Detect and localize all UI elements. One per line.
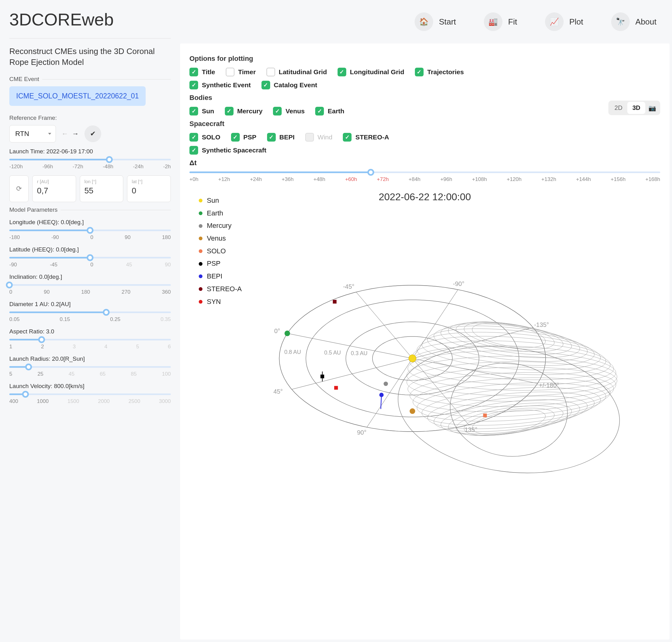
launch-time-slider[interactable]: Launch Time: 2022-06-19 17:00 -120h-96h-… [9, 148, 171, 170]
svg-text:0.3 AU: 0.3 AU [351, 350, 368, 356]
checkbox-solo[interactable]: ✓SOLO [189, 133, 220, 142]
checkbox-stereo-a[interactable]: ✓STEREO-A [343, 133, 389, 142]
plot-area[interactable]: 2022-06-22 12:00:00 SunEarthMercuryVenus… [189, 185, 660, 527]
param-slider-0[interactable]: Longitude (HEEQ): 0.0[deg.]-180-90090180 [9, 219, 171, 241]
svg-text:90°: 90° [357, 429, 366, 436]
checkbox-psp[interactable]: ✓PSP [231, 133, 256, 142]
svg-text:0.5 AU: 0.5 AU [324, 349, 341, 356]
top-nav: 🏠 Start 🏭 Fit 📈 Plot 🔭 About [180, 0, 672, 43]
svg-text:0°: 0° [274, 328, 280, 334]
svg-point-36 [416, 331, 607, 380]
svg-point-47 [409, 355, 416, 362]
prev-event-icon[interactable]: ← [60, 130, 69, 138]
checkbox-earth[interactable]: ✓Earth [315, 107, 344, 115]
param-slider-4[interactable]: Aspect Ratio: 3.0123456 [9, 328, 171, 350]
dt-slider[interactable] [189, 170, 660, 175]
options-title: Options for plotting [189, 55, 660, 63]
app-title: 3DCOREweb [9, 9, 171, 29]
content-panel: Options for plotting ✓TitleTimerLatitudi… [180, 43, 670, 640]
checkbox-mercury[interactable]: ✓Mercury [225, 107, 263, 115]
svg-point-21 [454, 400, 565, 441]
lon-input[interactable]: lon [°] 55 [80, 176, 124, 202]
dt-label: Δt [189, 159, 660, 167]
svg-point-50 [409, 408, 415, 414]
checkbox-sun[interactable]: ✓Sun [189, 107, 214, 115]
svg-point-35 [412, 336, 611, 384]
svg-point-41 [446, 316, 573, 360]
nav-start[interactable]: 🏠 Start [415, 12, 456, 31]
svg-point-25 [426, 386, 596, 435]
heliosphere-chart: 0.3 AU0.5 AU0.8 AU0°45°90°135°+/-180°-13… [189, 185, 660, 526]
checkbox-synthetic-spacecraft[interactable]: ✓Synthetic Spacecraft [189, 146, 266, 155]
camera-icon[interactable]: 📷 [645, 104, 659, 112]
svg-point-45 [390, 333, 628, 487]
checkbox-title[interactable]: ✓Title [189, 68, 215, 76]
svg-text:45°: 45° [273, 388, 282, 395]
param-slider-6[interactable]: Launch Velocity: 800.0[km/s]400100015002… [9, 383, 171, 405]
lat-input[interactable]: lat [°] 0 [127, 176, 171, 202]
confirm-button[interactable]: ✔ [85, 125, 101, 142]
checkbox-latitudinal-grid[interactable]: Latitudinal Grid [266, 68, 327, 76]
cme-event-chip[interactable]: ICME_SOLO_MOESTL_20220622_01 [9, 86, 145, 106]
checkbox-trajectories[interactable]: ✓Trajectories [415, 68, 464, 76]
checkbox-timer[interactable]: Timer [226, 68, 256, 76]
param-slider-2[interactable]: Inclination: 0.0[deg.]090180270360 [9, 273, 171, 295]
r-input[interactable]: r [AU] 0,7 [32, 176, 76, 202]
svg-line-55 [381, 395, 381, 409]
svg-point-27 [416, 378, 607, 426]
svg-rect-56 [333, 300, 337, 304]
bodies-label: Bodies [189, 94, 660, 102]
spacecraft-label: Spacecraft [189, 120, 660, 128]
param-slider-5[interactable]: Launch Radius: 20.0[R_Sun]525456585100 [9, 356, 171, 377]
svg-point-26 [420, 382, 602, 431]
view-toggle: 2D 3D 📷 [608, 101, 660, 115]
reference-frame-label: Reference Frame: [9, 115, 171, 121]
reference-frame-select[interactable]: RTN [9, 125, 56, 142]
sidebar: 3DCOREweb Reconstruct CMEs using the 3D … [0, 0, 180, 642]
svg-point-34 [409, 343, 614, 388]
svg-point-48 [284, 331, 290, 336]
checkbox-catalog-event[interactable]: ✓Catalog Event [262, 81, 317, 89]
checkbox-longitudinal-grid[interactable]: ✓Longitudinal Grid [338, 68, 404, 76]
svg-point-22 [446, 397, 573, 441]
svg-text:-90°: -90° [453, 280, 465, 287]
checkbox-venus[interactable]: ✓Venus [273, 107, 305, 115]
svg-point-38 [426, 323, 596, 372]
telescope-icon: 🔭 [611, 12, 630, 31]
svg-rect-57 [334, 386, 338, 389]
svg-rect-51 [483, 413, 487, 417]
checkbox-synthetic-event[interactable]: ✓Synthetic Event [189, 81, 251, 89]
nav-about[interactable]: 🔭 About [611, 12, 657, 31]
svg-text:-45°: -45° [343, 283, 354, 290]
next-event-icon[interactable]: → [71, 130, 80, 138]
tagline: Reconstruct CMEs using the 3D Coronal Ro… [9, 46, 171, 68]
svg-text:0.8 AU: 0.8 AU [284, 349, 301, 355]
plot-icon: 📈 [545, 12, 563, 31]
checkbox-wind: Wind [305, 133, 333, 142]
svg-point-29 [409, 369, 614, 415]
svg-point-28 [412, 373, 611, 421]
cme-event-label: CME Event [9, 76, 171, 82]
toggle-3d[interactable]: 3D [627, 102, 645, 114]
toggle-2d[interactable]: 2D [610, 102, 627, 114]
svg-point-49 [383, 382, 388, 386]
checkbox-bepi[interactable]: ✓BEPI [267, 133, 295, 142]
fit-icon: 🏭 [484, 12, 503, 31]
param-slider-1[interactable]: Latitude (HEEQ): 0.0[deg.]-90-4504590 [9, 246, 171, 268]
nav-fit[interactable]: 🏭 Fit [484, 12, 517, 31]
svg-text:-135°: -135° [534, 321, 549, 328]
nav-plot[interactable]: 📈 Plot [545, 12, 583, 31]
model-parameters-label: Model Parameters [9, 206, 171, 213]
param-slider-3[interactable]: Diameter 1 AU: 0.2[AU]0.050.150.250.35 [9, 301, 171, 323]
refresh-button[interactable]: ⟳ [9, 176, 28, 202]
svg-point-37 [420, 326, 602, 376]
home-icon: 🏠 [415, 12, 433, 31]
